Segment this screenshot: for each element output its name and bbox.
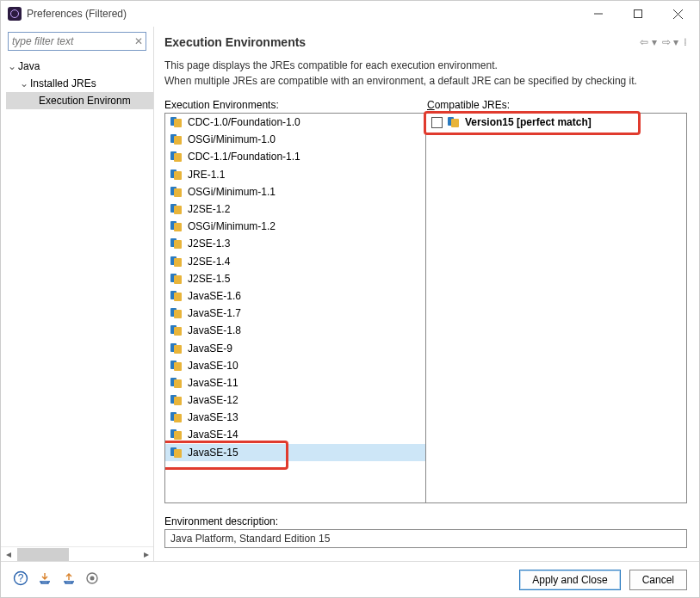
scroll-right-icon[interactable]: ▸ (139, 547, 153, 562)
import-icon[interactable] (37, 570, 53, 589)
environment-label: OSGi/Minimum-1.1 (188, 186, 276, 198)
svg-text:?: ? (18, 572, 24, 584)
environment-item[interactable]: JavaSE-9 (165, 339, 425, 356)
environments-label: Execution Environments: (164, 99, 427, 111)
environment-label: J2SE-1.3 (188, 237, 230, 250)
preference-tree-pane: ✕ ⌄ Java ⌄ Installed JREs Execution Envi… (1, 27, 154, 561)
environment-icon (170, 447, 184, 458)
tree-item-installed-jres[interactable]: ⌄ Installed JREs (6, 75, 153, 92)
tree-label: Execution Environm (39, 95, 131, 107)
environment-label: CDC-1.0/Foundation-1.0 (188, 116, 300, 128)
apply-and-close-button[interactable]: Apply and Close (519, 570, 620, 590)
environment-item[interactable]: CDC-1.1/Foundation-1.1 (165, 148, 425, 165)
environment-label: CDC-1.1/Foundation-1.1 (188, 151, 300, 163)
environments-list[interactable]: CDC-1.0/Foundation-1.0OSGi/Minimum-1.0CD… (165, 114, 426, 502)
environment-item[interactable]: JavaSE-14 (165, 426, 425, 443)
environment-description-field (164, 529, 687, 548)
button-label: Cancel (642, 574, 674, 586)
environment-label: OSGi/Minimum-1.2 (188, 220, 276, 232)
environment-item[interactable]: JavaSE-11 (165, 374, 425, 391)
environment-label: JavaSE-1.7 (188, 307, 241, 319)
environment-label: JavaSE-13 (188, 411, 238, 423)
scrollbar-thumb[interactable] (17, 548, 69, 561)
environment-label: OSGi/Minimum-1.0 (188, 133, 276, 145)
jre-item[interactable]: Version15 [perfect match] (426, 114, 686, 131)
environment-item[interactable]: JavaSE-1.6 (165, 287, 425, 305)
environment-item[interactable]: JavaSE-1.7 (165, 305, 425, 322)
environment-item[interactable]: JavaSE-1.8 (165, 322, 425, 339)
environment-icon (170, 343, 184, 354)
environment-label: JavaSE-12 (188, 394, 238, 406)
environment-icon (170, 204, 184, 214)
environment-label: J2SE-1.4 (188, 256, 230, 268)
window-titlebar: Preferences (Filtered) (1, 1, 699, 27)
environment-label: J2SE-1.2 (188, 203, 230, 215)
environment-item[interactable]: J2SE-1.3 (165, 235, 425, 252)
environment-item[interactable]: OSGi/Minimum-1.2 (165, 218, 425, 235)
compatible-jres-list[interactable]: Version15 [perfect match] (426, 114, 686, 502)
environment-label: JavaSE-1.8 (188, 324, 241, 336)
close-button[interactable] (658, 1, 697, 27)
maximize-button[interactable] (618, 1, 658, 27)
environment-icon (170, 378, 184, 388)
environment-label: JavaSE-9 (188, 342, 232, 354)
horizontal-scrollbar[interactable]: ◂ ▸ (1, 546, 153, 561)
environment-label: JavaSE-15 (188, 447, 238, 459)
environment-item[interactable]: OSGi/Minimum-1.1 (165, 183, 425, 200)
environment-item[interactable]: OSGi/Minimum-1.0 (165, 131, 425, 148)
jre-checkbox[interactable] (431, 117, 443, 128)
collapse-icon[interactable]: ⌄ (6, 60, 18, 72)
export-icon[interactable] (61, 570, 77, 589)
tree-item-execution-environments[interactable]: Execution Environm (6, 92, 153, 109)
compatible-jres-label: Compatible JREs: (427, 99, 510, 111)
menu-icon[interactable]: ⁞ (684, 36, 687, 48)
filter-input[interactable] (8, 32, 146, 51)
svg-point-7 (90, 576, 95, 581)
help-icon[interactable]: ? (13, 570, 28, 589)
minimize-button[interactable] (579, 1, 618, 27)
environment-item[interactable]: JRE-1.1 (165, 166, 425, 183)
environment-item[interactable]: JavaSE-15 (165, 444, 425, 461)
page-title: Execution Environments (164, 35, 306, 49)
collapse-icon[interactable]: ⌄ (18, 77, 30, 89)
environment-item[interactable]: CDC-1.0/Foundation-1.0 (165, 114, 425, 131)
environment-icon (170, 134, 184, 145)
page-description: This page displays the JREs compatible f… (164, 58, 687, 89)
scroll-left-icon[interactable]: ◂ (1, 547, 15, 562)
jre-label: Version15 [perfect match] (465, 116, 592, 128)
forward-icon[interactable]: ⇨ ▾ (662, 36, 678, 48)
preference-page: Execution Environments ⇦ ▾ ⇨ ▾ ⁞ This pa… (154, 27, 699, 561)
environment-icon (170, 274, 184, 284)
environment-item[interactable]: JavaSE-10 (165, 357, 425, 374)
environment-icon (170, 361, 184, 371)
cancel-button[interactable]: Cancel (629, 570, 687, 590)
eclipse-icon (8, 7, 22, 21)
environment-icon (170, 221, 184, 231)
environment-label: JavaSE-14 (188, 428, 238, 441)
dialog-button-bar: ? Apply and Close Cancel (1, 561, 699, 597)
environment-item[interactable]: J2SE-1.2 (165, 200, 425, 218)
tree-item-java[interactable]: ⌄ Java (6, 58, 153, 75)
environment-item[interactable]: J2SE-1.5 (165, 270, 425, 287)
window-title: Preferences (Filtered) (27, 8, 127, 20)
environment-label: JRE-1.1 (188, 169, 225, 181)
environment-icon (170, 170, 184, 180)
environment-icon (170, 256, 184, 267)
button-label: Apply and Close (532, 574, 607, 586)
environment-item[interactable]: J2SE-1.4 (165, 253, 425, 270)
content-split: ✕ ⌄ Java ⌄ Installed JREs Execution Envi… (1, 27, 699, 561)
environment-label: JavaSE-11 (188, 377, 238, 389)
back-icon[interactable]: ⇦ ▾ (640, 36, 656, 48)
environment-item[interactable]: JavaSE-13 (165, 409, 425, 426)
environment-item[interactable]: JavaSE-12 (165, 391, 425, 409)
environment-icon (170, 187, 184, 197)
environment-icon (170, 308, 184, 318)
environment-icon (170, 291, 184, 301)
environment-icon (170, 429, 184, 440)
oomph-record-icon[interactable] (85, 571, 99, 588)
desc-line: When multiple JREs are compatible with a… (164, 73, 687, 89)
preference-tree[interactable]: ⌄ Java ⌄ Installed JREs Execution Enviro… (1, 54, 153, 546)
svg-rect-1 (635, 10, 642, 18)
clear-filter-icon[interactable]: ✕ (134, 35, 143, 47)
environment-icon (170, 395, 184, 405)
